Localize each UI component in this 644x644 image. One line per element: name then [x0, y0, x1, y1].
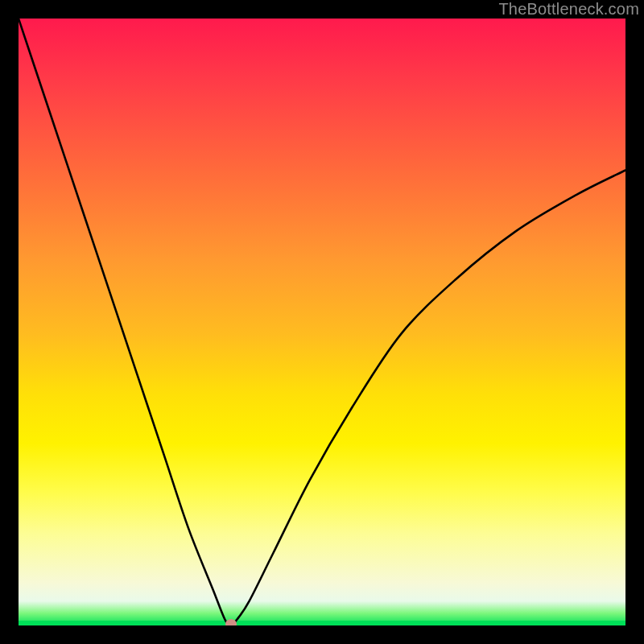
chart-frame: TheBottleneck.com [0, 0, 644, 644]
optimum-marker-icon [225, 619, 237, 625]
watermark-text: TheBottleneck.com [498, 0, 639, 19]
plot-area [19, 19, 625, 625]
bottleneck-curve [19, 19, 625, 625]
